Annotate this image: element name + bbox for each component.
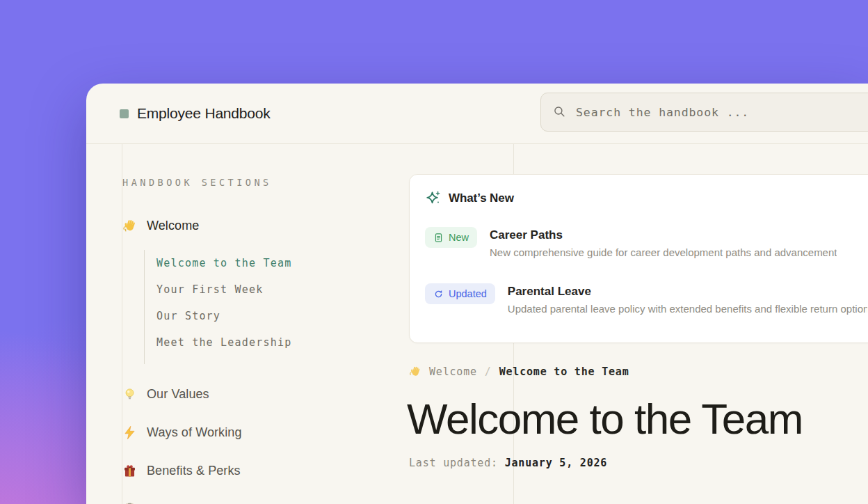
whats-new-title: What’s New (449, 191, 514, 205)
app-window: Employee Handbook HANDBOOK SECTIONS (86, 84, 868, 504)
wave-icon (122, 219, 137, 233)
breadcrumb: Welcome / Welcome to the Team (409, 365, 868, 378)
sidebar-item-benefits-perks[interactable]: Benefits & Perks (122, 462, 373, 480)
last-updated-value: January 5, 2026 (505, 457, 607, 469)
sidebar-nav: Welcome Welcome to the Team Your First W… (122, 216, 373, 504)
main-content: What’s New New Career Paths New comprehe… (409, 174, 868, 469)
desktop-background: Employee Handbook HANDBOOK SECTIONS (0, 0, 868, 504)
sidebar-item-policies[interactable]: Policies (122, 500, 373, 504)
breadcrumb-separator: / (485, 365, 492, 378)
sidebar-item-our-values[interactable]: Our Values (122, 385, 373, 403)
last-updated-label: Last updated: (409, 457, 498, 469)
sidebar-subitem-our-story[interactable]: Our Story (156, 310, 373, 322)
news-item-parental-leave[interactable]: Updated Parental Leave Updated parental … (425, 283, 867, 315)
sidebar-item-welcome[interactable]: Welcome (122, 216, 373, 235)
sidebar-item-label: Our Values (147, 387, 209, 402)
sidebar-section-label: HANDBOOK SECTIONS (122, 177, 373, 188)
brand-logo-icon (120, 109, 129, 118)
sidebar-item-ways-of-working[interactable]: Ways of Working (122, 423, 373, 441)
news-item-description: Updated parental leave policy with exten… (508, 303, 867, 315)
lightning-bolt-icon (122, 425, 137, 440)
breadcrumb-section-link[interactable]: Welcome (429, 365, 477, 378)
new-badge: New (425, 227, 477, 248)
gift-icon (122, 464, 137, 478)
news-text: Parental Leave Updated parental leave po… (508, 285, 867, 315)
search-box[interactable] (540, 93, 868, 132)
sidebar-sublist-welcome: Welcome to the Team Your First Week Our … (144, 250, 373, 364)
sidebar: HANDBOOK SECTIONS (122, 144, 373, 504)
page-title: Welcome to the Team (407, 396, 868, 441)
news-item-career-paths[interactable]: New Career Paths New comprehensive guide… (425, 227, 867, 258)
sidebar-item-label: Policies (147, 502, 191, 504)
badge-label: Updated (449, 288, 487, 299)
breadcrumb-current-page: Welcome to the Team (499, 365, 629, 378)
app-header: Employee Handbook (86, 84, 868, 144)
last-updated: Last updated: January 5, 2026 (409, 457, 868, 469)
news-item-description: New comprehensive guide for career devel… (490, 246, 837, 258)
sidebar-subitem-your-first-week[interactable]: Your First Week (156, 283, 373, 296)
news-item-title: Career Paths (490, 228, 837, 242)
clipboard-icon (122, 502, 137, 504)
search-icon (553, 105, 567, 119)
sidebar-subitem-welcome-to-the-team[interactable]: Welcome to the Team (156, 257, 373, 269)
whats-new-header: What’s New (425, 190, 867, 206)
refresh-icon (433, 289, 444, 299)
app-title: Employee Handbook (137, 105, 271, 122)
whats-new-card: What’s New New Career Paths New comprehe… (409, 174, 868, 343)
search-input[interactable] (576, 106, 868, 119)
document-icon (433, 233, 444, 243)
news-text: Career Paths New comprehensive guide for… (490, 228, 837, 258)
sidebar-subitem-meet-the-leadership[interactable]: Meet the Leadership (156, 336, 373, 349)
badge-label: New (449, 232, 469, 243)
updated-badge: Updated (425, 283, 495, 304)
sidebar-item-label: Ways of Working (147, 425, 242, 440)
lightbulb-icon (122, 387, 137, 402)
news-item-title: Parental Leave (508, 285, 867, 299)
wave-icon (409, 365, 421, 378)
sidebar-item-label: Benefits & Perks (147, 464, 241, 478)
sidebar-item-label: Welcome (147, 219, 199, 233)
sparkle-icon (425, 190, 441, 206)
